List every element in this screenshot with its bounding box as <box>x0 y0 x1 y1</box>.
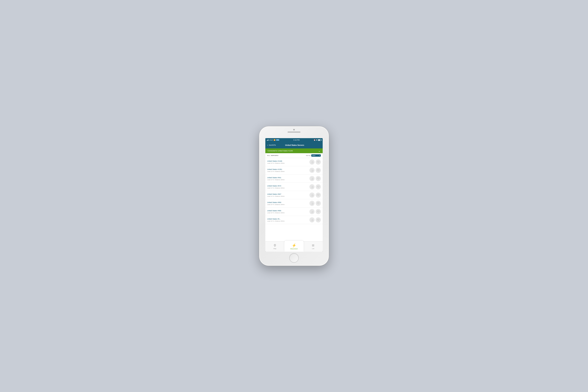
favorite-button[interactable] <box>316 209 321 214</box>
server-name: United States #955 <box>267 210 310 212</box>
tab-list-label: List <box>312 248 314 250</box>
alarm-icon: ⏰ <box>314 139 316 141</box>
tab-list[interactable]: List <box>304 242 323 252</box>
server-meta: Load 14 % • Distance 284mi <box>267 196 310 197</box>
server-item: United States #955 Load 16 % • Distance … <box>265 208 323 216</box>
favorite-button[interactable] <box>316 168 321 173</box>
connect-button[interactable] <box>310 184 314 190</box>
status-left: AT&T 📶 VPN <box>267 139 279 141</box>
connect-button[interactable] <box>310 160 314 164</box>
server-actions <box>310 168 321 173</box>
server-actions <box>310 160 321 164</box>
server-info: United States #1351 Load 13 % • Distance… <box>267 168 310 172</box>
server-item: United States #950 Load 16 % • Distance … <box>265 199 323 208</box>
server-name: United States #9... <box>267 218 310 220</box>
battery-icon <box>318 139 321 141</box>
server-name: United States #950 <box>267 202 310 203</box>
server-name: United States #941 <box>267 177 310 178</box>
phone-screen: AT&T 📶 VPN 6:16 PM ⏰ ✱ ‹ NordVPN <box>265 138 323 252</box>
connect-button[interactable] <box>310 192 314 198</box>
all-servers-label: ALL SERVERS <box>267 155 278 156</box>
back-label: NordVPN <box>269 144 276 146</box>
server-actions <box>310 184 321 190</box>
favorite-button[interactable] <box>316 160 321 164</box>
server-meta: Load 14 % • Distance 284mi <box>267 179 310 180</box>
favorite-button[interactable] <box>316 192 321 198</box>
server-meta: Load 13 % • Distance 284mi <box>267 171 310 172</box>
home-button[interactable] <box>289 253 299 263</box>
server-name: United States #1346 <box>267 160 310 162</box>
nav-bar: ‹ NordVPN United States Servers <box>265 142 323 148</box>
server-info: United States #950 Load 16 % • Distance … <box>267 202 310 205</box>
server-item: United States #1346 Load 10 % • Distance… <box>265 158 323 166</box>
phone-speaker <box>288 132 300 133</box>
server-meta: Load 16 % • Distance 284mi <box>267 212 310 214</box>
sort-container: Sort by Best Load Distance ▾ <box>306 154 321 157</box>
server-info: United States #9... Load 16 % • Distance… <box>267 218 310 222</box>
phone-device: AT&T 📶 VPN 6:16 PM ⏰ ✱ ‹ NordVPN <box>259 126 329 266</box>
server-actions <box>310 176 321 181</box>
server-info: United States #1346 Load 10 % • Distance… <box>267 160 310 164</box>
connected-banner-text: Connected to United States #1255 <box>268 150 293 152</box>
tab-bar: Map ⚡ Disconnect List <box>265 241 323 252</box>
server-name: United States #667 <box>267 193 310 195</box>
tab-map-label: Map <box>274 248 276 250</box>
connect-button[interactable] <box>310 168 314 173</box>
server-meta: Load 16 % • Distance 284mi <box>267 204 310 205</box>
favorite-button[interactable] <box>316 217 321 222</box>
favorite-button[interactable] <box>316 184 321 190</box>
server-info: United States #941 Load 14 % • Distance … <box>267 177 310 180</box>
server-meta: Load 16 % • Distance 284mi <box>267 220 310 222</box>
connect-button[interactable] <box>310 201 314 206</box>
tab-map[interactable]: Map <box>265 242 284 252</box>
tab-disconnect[interactable]: ⚡ Disconnect <box>284 241 304 252</box>
signal-icon <box>267 139 269 141</box>
sort-wrapper: Best Load Distance ▾ <box>311 154 321 157</box>
filter-bar: ALL SERVERS Sort by Best Load Distance ▾ <box>265 153 323 158</box>
favorite-button[interactable] <box>316 176 321 181</box>
back-button[interactable]: ‹ NordVPN <box>267 144 276 146</box>
phone-body: AT&T 📶 VPN 6:16 PM ⏰ ✱ ‹ NordVPN <box>259 126 329 266</box>
status-right: ⏰ ✱ <box>314 139 321 141</box>
svg-point-8 <box>274 245 275 245</box>
server-actions <box>310 209 321 214</box>
server-item: United States #9... Load 16 % • Distance… <box>265 216 323 224</box>
connect-button[interactable] <box>310 209 314 214</box>
connected-banner[interactable]: Connected to United States #1255 ⌄ <box>265 148 323 153</box>
server-meta: Load 14 % • Distance 284mi <box>267 187 310 189</box>
bluetooth-icon: ✱ <box>316 139 317 141</box>
server-meta: Load 10 % • Distance 284mi <box>267 162 310 164</box>
server-item: United States #941 Load 14 % • Distance … <box>265 174 323 183</box>
server-list: United States #1346 Load 10 % • Distance… <box>265 158 323 241</box>
connect-button[interactable] <box>310 176 314 181</box>
server-info: United States #672 Load 14 % • Distance … <box>267 185 310 189</box>
nav-title: United States Servers <box>276 144 314 146</box>
server-item: United States #672 Load 14 % • Distance … <box>265 183 323 191</box>
server-item: United States #1351 Load 13 % • Distance… <box>265 166 323 174</box>
server-info: United States #667 Load 14 % • Distance … <box>267 193 310 197</box>
banner-chevron-icon: ⌄ <box>318 149 320 152</box>
favorite-button[interactable] <box>316 201 321 206</box>
phone-camera-dot <box>293 129 295 130</box>
sort-by-label: Sort by <box>306 155 310 156</box>
sort-dropdown[interactable]: Best Load Distance <box>311 154 321 157</box>
status-time: 6:16 PM <box>294 139 300 141</box>
tab-disconnect-label: Disconnect <box>290 248 298 250</box>
server-name: United States #672 <box>267 185 310 187</box>
battery-fill <box>318 140 320 140</box>
lightning-icon: ⚡ <box>292 243 296 248</box>
server-actions <box>310 192 321 198</box>
server-actions <box>310 217 321 222</box>
back-chevron-icon: ‹ <box>267 144 268 146</box>
server-actions <box>310 201 321 206</box>
vpn-badge: VPN <box>276 139 279 141</box>
server-info: United States #955 Load 16 % • Distance … <box>267 210 310 214</box>
server-item: United States #667 Load 14 % • Distance … <box>265 191 323 199</box>
list-icon <box>312 244 314 248</box>
map-icon <box>274 244 276 248</box>
status-bar: AT&T 📶 VPN 6:16 PM ⏰ ✱ <box>265 138 323 142</box>
connect-button[interactable] <box>310 217 314 222</box>
server-name: United States #1351 <box>267 168 310 170</box>
carrier-label: AT&T <box>270 139 273 141</box>
wifi-icon: 📶 <box>274 139 276 141</box>
